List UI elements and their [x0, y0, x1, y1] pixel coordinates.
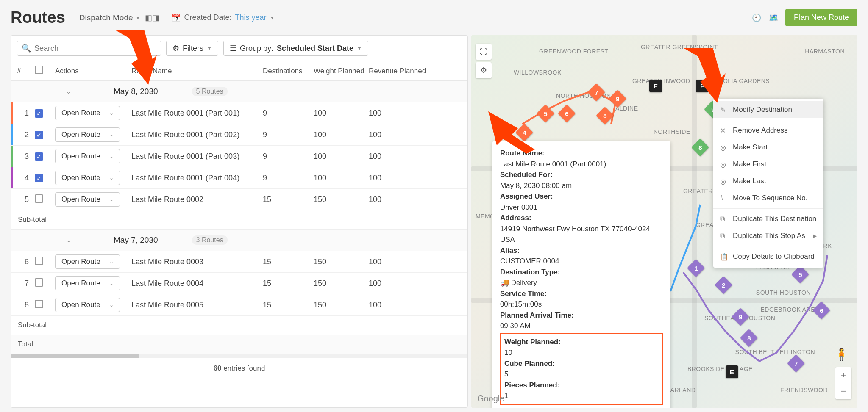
- ctx-move-to-sequence[interactable]: #Move To Sequence No.: [713, 190, 823, 207]
- row-checkbox[interactable]: ✓: [35, 152, 43, 161]
- created-date-filter[interactable]: 📅 Created Date: This year ▼: [171, 13, 275, 22]
- caret-icon: ▼: [270, 15, 275, 21]
- ctx-copy-details[interactable]: 📋Copy Details to Clipboard: [713, 248, 823, 265]
- arrival-label: Planned Arrival Time:: [500, 311, 574, 319]
- user-value: Driver 0001: [500, 202, 663, 213]
- dest-type-label: Destination Type:: [500, 268, 560, 276]
- route-name-cell: Last Mile Route 0001 (Part 002): [131, 130, 263, 139]
- weight-cell: 150: [314, 301, 369, 310]
- planned-metrics-highlight: Weight Planned: 10 Cube Planned: 5 Piece…: [500, 333, 663, 405]
- row-index: 4: [17, 174, 35, 182]
- chevron-down-icon[interactable]: ⌄: [105, 196, 114, 202]
- row-checkbox[interactable]: [35, 278, 43, 287]
- weight-planned-label: Weight Planned:: [504, 338, 561, 346]
- ctx-duplicate-stop-as[interactable]: ⧉Duplicate This Stop As▶: [713, 227, 823, 244]
- chevron-down-icon[interactable]: ⌄: [105, 132, 114, 138]
- chevron-down-icon[interactable]: ⌄: [105, 259, 114, 265]
- row-checkbox[interactable]: [35, 257, 43, 265]
- ctx-modify-destination[interactable]: ✎Modify Destination: [713, 101, 823, 118]
- ctx-duplicate-destination[interactable]: ⧉Duplicate This Destination: [713, 210, 823, 227]
- open-route-button[interactable]: Open Route⌄: [55, 106, 120, 120]
- horizontal-scrollbar[interactable]: [11, 354, 467, 358]
- divider: [72, 12, 72, 24]
- copy-icon: ⧉: [720, 232, 728, 240]
- ctx-make-last[interactable]: ◎Make Last: [713, 173, 823, 190]
- open-route-button[interactable]: Open Route⌄: [55, 192, 120, 207]
- pegman-icon[interactable]: 🧍: [834, 347, 849, 361]
- group-count-badge: 5 Routes: [192, 87, 228, 96]
- open-route-button[interactable]: Open Route⌄: [55, 171, 120, 185]
- weight-cell: 150: [314, 195, 369, 204]
- open-route-button[interactable]: Open Route⌄: [55, 149, 120, 163]
- revenue-cell: 100: [369, 130, 428, 139]
- open-route-button[interactable]: Open Route⌄: [55, 127, 120, 142]
- table-header: # Actions Route Name Destinations Weight…: [11, 61, 467, 81]
- group-row[interactable]: ⌄May 8, 20305 Routes: [11, 81, 467, 102]
- ctx-make-start[interactable]: ◎Make Start: [713, 139, 823, 156]
- clipboard-icon: 📋: [720, 253, 728, 261]
- row-checkbox[interactable]: ✓: [35, 109, 43, 118]
- row-checkbox[interactable]: [35, 194, 43, 203]
- open-route-button[interactable]: Open Route⌄: [55, 298, 120, 312]
- target-icon: ◎: [720, 144, 728, 152]
- caret-icon: ▼: [136, 15, 141, 21]
- map-pin-end[interactable]: E: [726, 365, 738, 378]
- caret-icon: ▼: [207, 45, 212, 51]
- chevron-down-icon[interactable]: ⌄: [105, 153, 114, 159]
- row-checkbox[interactable]: ✓: [35, 174, 43, 182]
- col-index: #: [17, 67, 35, 75]
- annotation-arrow: [675, 48, 726, 103]
- weight-cell: 100: [314, 174, 369, 182]
- search-icon: 🔍: [22, 44, 31, 53]
- ctx-make-first[interactable]: ◎Make First: [713, 156, 823, 173]
- group-row[interactable]: ⌄May 7, 20303 Routes: [11, 230, 467, 251]
- chevron-down-icon[interactable]: ⌄: [105, 302, 114, 308]
- map-pin-end[interactable]: E: [649, 80, 662, 92]
- annotation-arrow: [106, 30, 161, 85]
- table-footer: 60 entries found: [11, 358, 467, 379]
- open-route-button[interactable]: Open Route⌄: [55, 254, 120, 269]
- service-time-value: 00h:15m:00s: [500, 299, 663, 310]
- route-row: 7 Open Route⌄ Last Mile Route 0004 15 15…: [11, 273, 467, 294]
- zoom-out-button[interactable]: −: [835, 383, 851, 399]
- open-route-button[interactable]: Open Route⌄: [55, 276, 120, 290]
- map-area-label: HARMASTON: [805, 48, 845, 55]
- destinations-cell: 9: [263, 109, 314, 118]
- zoom-in-button[interactable]: +: [835, 367, 851, 383]
- row-checkbox[interactable]: [35, 300, 43, 308]
- chevron-down-icon: ⌄: [66, 237, 71, 243]
- ctx-remove-address[interactable]: ✕Remove Address: [713, 122, 823, 139]
- scheduled-label: Scheduled For:: [500, 171, 553, 179]
- map-icon[interactable]: 🗺️: [768, 13, 779, 23]
- zoom-control: + −: [835, 367, 851, 399]
- map-panel[interactable]: GREENWOOD FOREST GREATER GREENSPOINT WIL…: [471, 35, 857, 408]
- dispatch-mode-label: Dispatch Mode: [79, 13, 133, 22]
- group-count-badge: 3 Routes: [192, 235, 228, 245]
- weight-cell: 150: [314, 257, 369, 266]
- fullscreen-button[interactable]: ⛶: [476, 44, 492, 60]
- col-checkbox[interactable]: [35, 66, 55, 76]
- chevron-down-icon[interactable]: ⌄: [105, 175, 114, 181]
- chevron-down-icon: ⌄: [66, 88, 71, 95]
- plan-new-route-button[interactable]: Plan New Route: [785, 9, 857, 26]
- group-by-button[interactable]: ☰ Group by: Scheduled Start Date ▼: [223, 41, 368, 56]
- route-color-indicator: [11, 124, 13, 145]
- address-value: 14919 Northwest Fwy Houston TX 77040-402…: [500, 224, 663, 245]
- dispatch-mode-dropdown[interactable]: Dispatch Mode ▼: [79, 13, 141, 22]
- route-color-indicator: [11, 167, 13, 188]
- destinations-cell: 9: [263, 174, 314, 182]
- chevron-down-icon[interactable]: ⌄: [105, 110, 114, 116]
- clock-icon[interactable]: 🕘: [751, 13, 762, 23]
- pieces-planned-label: Pieces Planned:: [504, 381, 559, 389]
- route-name-cell: Last Mile Route 0005: [131, 301, 263, 310]
- row-checkbox[interactable]: ✓: [35, 131, 43, 139]
- route-row: 6 Open Route⌄ Last Mile Route 0003 15 15…: [11, 251, 467, 273]
- route-name-cell: Last Mile Route 0001 (Part 004): [131, 174, 263, 182]
- map-settings-button[interactable]: ⚙: [476, 62, 492, 78]
- custom-data-toggle[interactable]: Custom Data▼: [500, 407, 663, 408]
- filters-button[interactable]: ⚙ Filters ▼: [166, 41, 218, 56]
- layout-toggle-icon[interactable]: ◧◨: [147, 13, 157, 23]
- routes-table-panel: 🔍 ⚙ Filters ▼ ☰ Group by: Scheduled Star…: [11, 35, 468, 408]
- chevron-down-icon[interactable]: ⌄: [105, 280, 114, 286]
- group-date: May 8, 2030: [114, 87, 158, 96]
